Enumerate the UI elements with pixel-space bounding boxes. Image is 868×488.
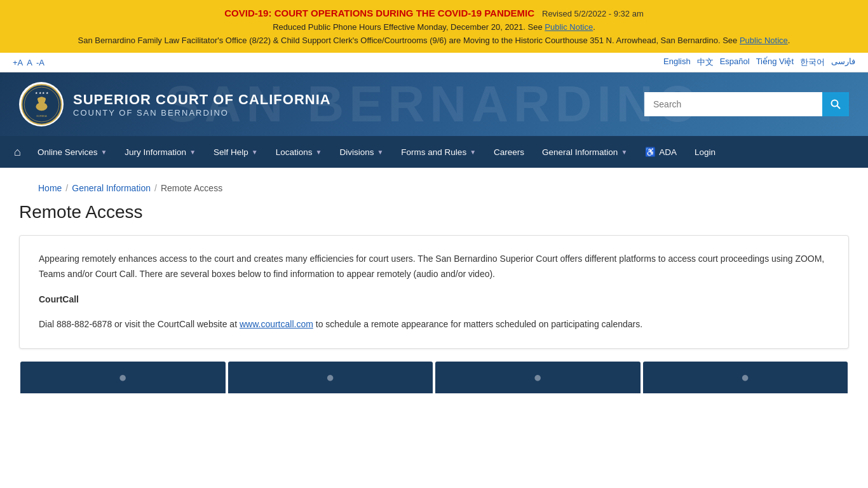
lang-farsi[interactable]: فارسی	[831, 57, 855, 68]
header-title: Superior Court of California County of S…	[73, 92, 331, 118]
jury-caret: ▼	[189, 149, 196, 156]
card3-icon: ●	[534, 369, 542, 386]
self-help-caret: ▼	[252, 149, 258, 156]
nav-careers[interactable]: Careers	[485, 136, 533, 168]
search-button[interactable]	[822, 92, 849, 116]
divisions-caret: ▼	[377, 149, 383, 156]
breadcrumb-parent[interactable]: General Information	[72, 183, 151, 193]
bottom-card-2[interactable]: ●	[228, 362, 433, 393]
page-content: Home / General Information / Remote Acce…	[0, 168, 868, 412]
breadcrumb-current: Remote Access	[161, 183, 222, 193]
ada-icon: ♿	[645, 147, 656, 157]
nav-divisions[interactable]: Divisions ▼	[330, 136, 392, 168]
font-decrease-button[interactable]: -A	[36, 58, 44, 67]
lang-english[interactable]: English	[663, 57, 691, 68]
nav-jury-information[interactable]: Jury Information ▼	[116, 136, 205, 168]
site-header: ★ ★ ★ ★ EUREKA Superior Court of Califor…	[0, 72, 868, 136]
search-input[interactable]	[644, 92, 822, 116]
svg-point-5	[42, 97, 45, 100]
nav-home[interactable]: ⌂	[6, 136, 29, 168]
locations-caret: ▼	[316, 149, 322, 156]
nav-forms-rules[interactable]: Forms and Rules ▼	[392, 136, 485, 168]
alert-line2: San Bernardino Family Law Facilitator's …	[25, 36, 843, 45]
alert-revised: Revised 5/2/2022 - 9:32 am	[542, 9, 644, 18]
card1-icon: ●	[119, 369, 127, 386]
font-increase-button[interactable]: +A	[13, 58, 23, 67]
lang-spanish[interactable]: Español	[720, 57, 750, 68]
cards-row: ● ● ● ●	[19, 362, 849, 393]
nav-ada[interactable]: ♿ ADA	[636, 136, 686, 168]
court-call-details: Dial 888-882-6878 or visit the CourtCall…	[39, 317, 829, 332]
bottom-card-1[interactable]: ●	[20, 362, 226, 393]
lang-korean[interactable]: 한국어	[800, 57, 825, 68]
nav-locations[interactable]: Locations ▼	[267, 136, 331, 168]
top-bar: +A A -A English 中文 Español Tiếng Việt 한국…	[0, 53, 868, 72]
search-icon	[831, 99, 841, 109]
card2-icon: ●	[326, 369, 334, 386]
main-navigation: ⌂ Online Services ▼ Jury Information ▼ S…	[0, 136, 868, 168]
bottom-card-3[interactable]: ●	[435, 362, 641, 393]
breadcrumb-home[interactable]: Home	[38, 183, 62, 193]
nav-self-help[interactable]: Self Help ▼	[205, 136, 267, 168]
svg-text:EUREKA: EUREKA	[36, 114, 46, 118]
online-services-caret: ▼	[100, 149, 107, 156]
intro-text: Appearing remotely enhances access to th…	[39, 252, 829, 282]
alert-link2[interactable]: Public Notice	[740, 36, 788, 45]
font-normal-button[interactable]: A	[27, 58, 32, 67]
court-seal: ★ ★ ★ ★ EUREKA	[19, 82, 64, 126]
svg-point-4	[37, 97, 41, 100]
alert-line1: Reduced Public Phone Hours Effective Mon…	[25, 22, 843, 32]
general-info-caret: ▼	[621, 149, 627, 156]
nav-login[interactable]: Login	[686, 136, 724, 168]
font-controls: +A A -A	[13, 58, 44, 67]
nav-general-information[interactable]: General Information ▼	[533, 136, 636, 168]
header-search	[644, 92, 849, 116]
page-title: Remote Access	[19, 202, 849, 222]
svg-point-8	[832, 100, 838, 107]
svg-line-9	[837, 106, 841, 109]
lang-chinese[interactable]: 中文	[697, 57, 714, 68]
breadcrumb: Home / General Information / Remote Acce…	[19, 174, 849, 202]
alert-link1[interactable]: Public Notice	[545, 22, 593, 32]
info-card: Appearing remotely enhances access to th…	[19, 235, 849, 349]
alert-banner: COVID-19: COURT OPERATIONS DURING THE CO…	[0, 0, 868, 53]
nav-online-services[interactable]: Online Services ▼	[29, 136, 116, 168]
alert-title: COVID-19: COURT OPERATIONS DURING THE CO…	[224, 8, 534, 18]
forms-rules-caret: ▼	[470, 149, 476, 156]
language-links: English 中文 Español Tiếng Việt 한국어 فارسی	[663, 57, 855, 68]
court-call-label: CourtCall	[39, 294, 79, 304]
bottom-card-4[interactable]: ●	[643, 362, 848, 393]
header-logo: ★ ★ ★ ★ EUREKA Superior Court of Califor…	[19, 82, 331, 126]
court-call-section: CourtCall	[39, 292, 829, 308]
court-call-link[interactable]: www.courtcall.com	[240, 319, 313, 329]
svg-text:★ ★ ★ ★: ★ ★ ★ ★	[35, 91, 48, 95]
breadcrumb-sep2: /	[154, 183, 157, 193]
card4-icon: ●	[741, 369, 749, 386]
breadcrumb-sep1: /	[65, 183, 68, 193]
lang-vietnamese[interactable]: Tiếng Việt	[756, 57, 794, 68]
